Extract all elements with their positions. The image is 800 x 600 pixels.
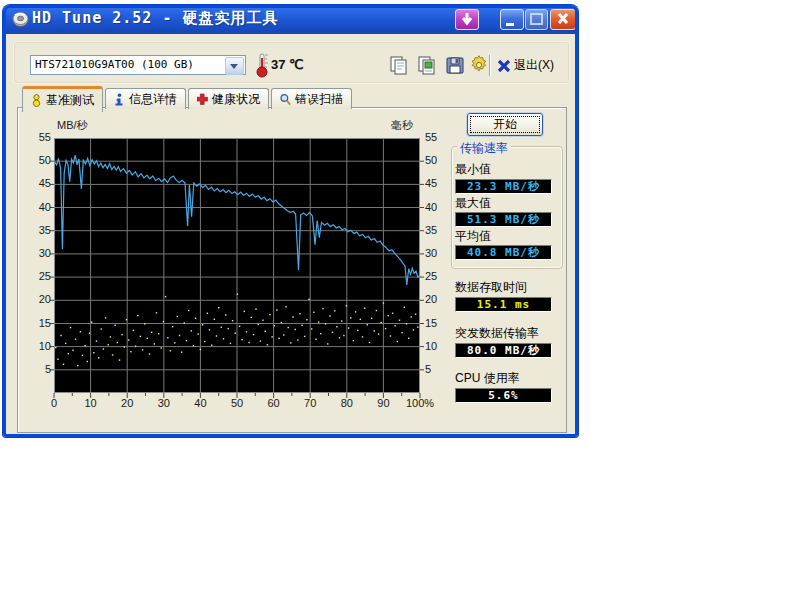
tab-info[interactable]: 信息详情	[105, 88, 186, 109]
burst-rate-display: 80.0 MB/秒	[455, 343, 552, 358]
access-time-point	[96, 340, 97, 341]
access-time-point	[329, 315, 330, 316]
exit-label: 退出(X)	[514, 57, 554, 74]
access-time-point	[209, 329, 210, 330]
access-time-point	[170, 350, 171, 351]
focus-rect	[470, 116, 540, 133]
access-time-point	[91, 321, 92, 322]
save-icon	[443, 54, 467, 77]
access-time-point	[228, 328, 229, 329]
access-time-point	[364, 308, 365, 309]
access-time-point	[211, 345, 212, 346]
access-time-point	[55, 347, 56, 348]
max-value-display: 51.3 MB/秒	[455, 212, 552, 227]
access-time-point	[265, 331, 266, 332]
benchmark-icon	[31, 94, 42, 107]
access-time-point	[188, 310, 189, 311]
drive-select-dropdown-button[interactable]	[225, 57, 244, 75]
cpu-usage-display: 5.6%	[455, 388, 552, 403]
access-time-point	[202, 324, 203, 325]
access-time-point	[184, 322, 185, 323]
access-time-point	[394, 325, 395, 326]
access-time-point	[179, 335, 180, 336]
access-time-point	[318, 321, 319, 322]
access-time-point	[207, 313, 208, 314]
maximize-button[interactable]	[525, 9, 548, 30]
access-time-point	[232, 320, 233, 321]
y-tick-label: 40	[425, 201, 447, 213]
update-button[interactable]	[455, 9, 479, 30]
start-button[interactable]: 开始	[467, 113, 543, 136]
close-icon	[551, 10, 575, 29]
title-bar[interactable]: HD Tune 2.52 - 硬盘实用工具	[3, 5, 578, 34]
x-tick-label: 50	[231, 397, 243, 409]
access-time-point	[68, 353, 69, 354]
temperature-value: 37 ℃	[271, 57, 304, 72]
y-tick-label: 5	[29, 363, 51, 375]
minimize-button[interactable]	[500, 9, 524, 30]
access-time-point	[297, 339, 298, 340]
copy-text-button[interactable]	[387, 54, 411, 77]
options-button[interactable]	[467, 54, 491, 77]
access-time-point	[154, 343, 155, 344]
access-time-point	[126, 319, 127, 320]
y-tick-label: 30	[425, 247, 447, 259]
exit-button[interactable]: 退出(X)	[497, 55, 554, 76]
access-time-point	[80, 331, 81, 332]
y-tick-label: 45	[425, 177, 447, 189]
access-time-point	[140, 336, 141, 337]
y-tick-label: 45	[29, 177, 51, 189]
tab-health[interactable]: 健康状况	[188, 88, 269, 109]
down-arrow-icon	[456, 10, 478, 29]
tab-benchmark[interactable]: 基准测试	[22, 86, 103, 112]
access-time-point	[225, 314, 226, 315]
access-time-point	[290, 342, 291, 343]
access-time-point	[267, 344, 268, 345]
close-button[interactable]	[550, 9, 576, 30]
access-time-point	[151, 332, 152, 333]
access-time-point	[417, 327, 418, 328]
access-time-point	[172, 326, 173, 327]
access-time-point	[390, 335, 391, 336]
exit-x-icon	[497, 59, 511, 73]
access-time-point	[411, 316, 412, 317]
access-time-label: 数据存取时间	[455, 279, 527, 296]
x-tick-label: 100%	[406, 397, 434, 409]
save-screenshot-button[interactable]	[443, 54, 467, 77]
access-time-point	[57, 359, 58, 360]
x-tick-label: 70	[304, 397, 316, 409]
access-time-point	[401, 332, 402, 333]
access-time-point	[119, 359, 120, 360]
y-tick-label: 10	[425, 340, 447, 352]
tab-error-scan[interactable]: 错误扫描	[271, 88, 352, 109]
access-time-point	[397, 341, 398, 342]
left-axis-title: MB/秒	[57, 118, 88, 133]
access-time-point	[174, 342, 175, 343]
access-time-point	[406, 323, 407, 324]
access-time-point	[130, 351, 131, 352]
burst-rate-label: 突发数据传输率	[455, 325, 539, 342]
access-time-point	[353, 340, 354, 341]
y-tick-label: 20	[425, 293, 447, 305]
access-time-point	[399, 320, 400, 321]
access-time-point	[376, 310, 377, 311]
transfer-rate-group-title: 传输速率	[457, 140, 511, 157]
access-time-point	[271, 336, 272, 337]
y-tick-label: 35	[425, 224, 447, 236]
maximize-icon	[526, 10, 547, 29]
access-time-point	[87, 361, 88, 362]
access-time-point	[260, 340, 261, 341]
y-tick-label: 35	[29, 224, 51, 236]
access-time-point	[161, 347, 162, 348]
access-time-point	[158, 333, 159, 334]
drive-select[interactable]: HTS721010G9AT00 (100 GB)	[30, 55, 246, 75]
access-time-point	[191, 330, 192, 331]
y-tick-label: 50	[29, 154, 51, 166]
access-time-point	[255, 308, 256, 309]
min-label: 最小值	[455, 161, 491, 178]
x-tick-label: 80	[341, 397, 353, 409]
benchmark-plot	[54, 138, 420, 393]
copy-image-button[interactable]	[415, 54, 439, 77]
access-time-point	[346, 305, 347, 306]
x-tick-label: 0	[51, 397, 57, 409]
